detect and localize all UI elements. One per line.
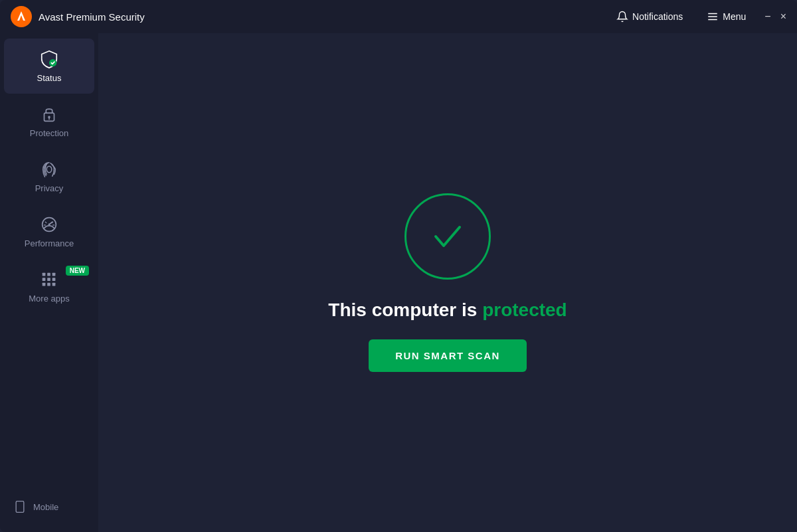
sidebar-item-protection[interactable]: Protection [0,94,98,149]
window-controls: − × [764,11,786,22]
title-bar-right: Notifications Menu − × [611,8,786,25]
svg-rect-21 [43,283,46,286]
svg-rect-20 [52,278,56,281]
sidebar-item-status[interactable]: Status [4,39,94,94]
svg-rect-23 [52,283,56,286]
main-content: Status Protection [0,33,797,532]
sidebar-mobile-label: Mobile [33,502,58,512]
svg-rect-17 [52,273,56,276]
new-badge: NEW [66,266,89,276]
speedometer-icon [39,215,59,234]
svg-rect-24 [16,501,24,513]
notifications-label: Notifications [632,11,683,22]
content-area: This computer is protected RUN SMART SCA… [98,33,797,532]
close-button[interactable]: × [780,11,786,22]
sidebar-bottom: Mobile [0,492,98,532]
sidebar-protection-label: Protection [30,128,69,138]
sidebar-item-moreapps[interactable]: NEW More apps [0,259,98,314]
svg-rect-19 [47,278,50,281]
bell-icon [616,11,628,23]
sidebar-performance-label: Performance [25,238,74,248]
app-title: Avast Premium Security [39,11,145,23]
status-circle [404,193,491,280]
title-bar-left: Avast Premium Security [11,6,145,27]
avast-logo [11,6,32,27]
checkmark-svg [428,217,468,256]
svg-rect-18 [43,278,46,281]
sidebar-moreapps-label: More apps [29,294,69,304]
sidebar-item-privacy[interactable]: Privacy [0,149,98,204]
svg-rect-16 [47,273,50,276]
notifications-button[interactable]: Notifications [611,8,688,25]
menu-button[interactable]: Menu [701,8,751,25]
app-window: Avast Premium Security Notifications Men… [0,0,797,532]
menu-label: Menu [723,11,746,22]
svg-point-10 [48,224,50,226]
lock-icon [39,104,59,124]
svg-point-0 [11,6,32,27]
sidebar-status-label: Status [37,73,62,83]
minimize-button[interactable]: − [764,11,770,22]
run-smart-scan-button[interactable]: RUN SMART SCAN [369,339,527,372]
sidebar: Status Protection [0,33,98,532]
svg-rect-15 [43,273,46,276]
grid-icon [39,270,59,290]
menu-icon [707,11,719,23]
sidebar-item-performance[interactable]: Performance [0,204,98,259]
status-label-highlight: protected [482,300,567,320]
fingerprint-icon [39,159,59,179]
title-bar: Avast Premium Security Notifications Men… [0,0,797,33]
sidebar-item-mobile[interactable]: Mobile [0,492,98,521]
shield-status-icon [39,49,59,69]
sidebar-privacy-label: Privacy [35,183,64,193]
status-text: This computer is protected [328,300,567,321]
status-label-static: This computer is [328,300,482,320]
svg-line-11 [45,222,46,222]
svg-rect-22 [47,283,50,286]
mobile-icon [13,500,27,513]
